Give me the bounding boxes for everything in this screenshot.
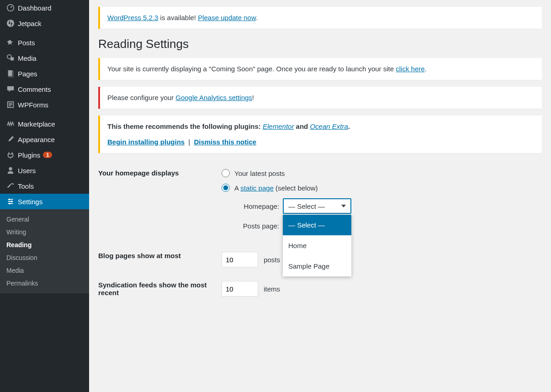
- admin-sidebar: Dashboard Jetpack Posts Media Pages Comm…: [0, 0, 89, 322]
- wrench-icon: [5, 182, 16, 190]
- settings-submenu: General Writing Reading Discussion Media…: [0, 209, 89, 293]
- blog-pages-input[interactable]: [222, 252, 258, 267]
- radio-label: Your latest posts: [234, 170, 285, 177]
- chevron-down-icon: [341, 205, 346, 207]
- comment-icon: [5, 85, 16, 93]
- pin-icon: [5, 38, 16, 47]
- google-analytics-notice: Please configure your Google Analytics s…: [98, 87, 542, 109]
- posts-page-select-label: Posts page:: [233, 222, 283, 230]
- notice-text: .: [256, 14, 258, 21]
- radio-static-page[interactable]: A static page (select below): [222, 184, 542, 192]
- radio-static-page-input[interactable]: [222, 184, 230, 192]
- sidebar-item-jetpack[interactable]: Jetpack: [0, 16, 89, 31]
- sidebar-label: Posts: [16, 39, 35, 47]
- sidebar-item-pages[interactable]: Pages: [0, 66, 89, 81]
- homepage-select-label: Homepage:: [233, 202, 283, 210]
- page-icon: [5, 69, 16, 78]
- launch-site-link[interactable]: click here: [396, 65, 424, 73]
- radio-latest-posts[interactable]: Your latest posts: [222, 169, 542, 177]
- main-content: WordPress 5.2.3 is available! Please upd…: [89, 7, 551, 322]
- sidebar-item-settings[interactable]: Settings: [0, 194, 89, 209]
- select-value: — Select —: [288, 202, 325, 210]
- plugin-icon: [5, 151, 16, 159]
- svg-point-14: [11, 201, 12, 202]
- homepage-select[interactable]: — Select — — Select — Home Sample Page: [283, 198, 351, 214]
- homepage-select-trigger[interactable]: — Select —: [283, 198, 351, 214]
- syndication-input[interactable]: [222, 281, 258, 297]
- select-option[interactable]: Sample Page: [283, 256, 351, 276]
- sidebar-item-users[interactable]: Users: [0, 163, 89, 178]
- blog-pages-label: Blog pages show at most: [98, 252, 222, 260]
- dismiss-notice-link[interactable]: Dismiss this notice: [194, 138, 256, 146]
- sidebar-label: Dashboard: [16, 4, 51, 12]
- radio-label-pre: A: [234, 184, 240, 192]
- begin-installing-link[interactable]: Begin installing plugins: [107, 138, 185, 146]
- sidebar-item-appearance[interactable]: Appearance: [0, 132, 89, 147]
- select-option[interactable]: — Select —: [283, 215, 351, 235]
- sidebar-label: WPForms: [16, 101, 48, 109]
- notice-text: !: [252, 94, 254, 101]
- svg-point-13: [8, 199, 10, 201]
- notice-text: .: [425, 65, 427, 73]
- sidebar-item-posts[interactable]: Posts: [0, 35, 89, 50]
- select-option[interactable]: Home: [283, 235, 351, 256]
- submenu-item-writing[interactable]: Writing: [0, 226, 89, 238]
- jetpack-icon: [5, 19, 16, 27]
- notice-text: Your site is currently displaying a "Com…: [107, 65, 396, 73]
- sidebar-label: Media: [16, 54, 37, 62]
- svg-point-1: [6, 20, 14, 27]
- sidebar-label: Plugins: [16, 151, 40, 159]
- form-icon: [5, 101, 16, 109]
- update-notice: WordPress 5.2.3 is available! Please upd…: [98, 7, 542, 29]
- notice-text: Please configure your: [107, 94, 175, 101]
- sidebar-label: Settings: [16, 198, 42, 206]
- sidebar-item-comments[interactable]: Comments: [0, 81, 89, 97]
- sidebar-item-plugins[interactable]: Plugins 1: [0, 147, 89, 163]
- plugin-update-badge: 1: [43, 152, 52, 158]
- homepage-select-dropdown: — Select — Home Sample Page: [283, 215, 351, 276]
- syndication-label: Syndication feeds show the most recent: [98, 281, 222, 297]
- plugin-link-ocean-extra[interactable]: Ocean Extra: [310, 122, 348, 130]
- sidebar-item-media[interactable]: Media: [0, 50, 89, 66]
- coming-soon-notice: Your site is currently displaying a "Com…: [98, 58, 542, 80]
- settings-form: Your homepage displays Your latest posts…: [98, 162, 542, 303]
- blog-pages-suffix: posts: [264, 256, 280, 264]
- radio-label-post: (select below): [274, 184, 318, 192]
- static-page-link[interactable]: static page: [240, 184, 274, 192]
- sidebar-label: Pages: [16, 70, 37, 78]
- sidebar-item-marketplace[interactable]: Marketplace: [0, 116, 89, 132]
- sidebar-label: Comments: [16, 85, 51, 93]
- settings-icon: [5, 197, 16, 206]
- sidebar-item-dashboard[interactable]: Dashboard: [0, 0, 89, 16]
- sidebar-label: Users: [16, 167, 36, 175]
- sidebar-item-tools[interactable]: Tools: [0, 178, 89, 194]
- sidebar-label: Appearance: [16, 136, 55, 143]
- dashboard-icon: [5, 4, 16, 12]
- submenu-item-reading[interactable]: Reading: [0, 238, 89, 251]
- homepage-displays-label: Your homepage displays: [98, 169, 222, 177]
- notice-text: .: [348, 122, 350, 130]
- plugin-link-elementor[interactable]: Elementor: [263, 122, 294, 130]
- sidebar-label: Jetpack: [16, 20, 42, 27]
- brush-icon: [5, 135, 16, 143]
- notice-text: is available!: [158, 14, 198, 21]
- submenu-item-general[interactable]: General: [0, 213, 89, 226]
- submenu-item-permalinks[interactable]: Permalinks: [0, 277, 89, 290]
- wordpress-version-link[interactable]: WordPress 5.2.3: [107, 14, 158, 21]
- sidebar-item-wpforms[interactable]: WPForms: [0, 97, 89, 112]
- media-icon: [5, 54, 16, 62]
- user-icon: [5, 166, 16, 175]
- sidebar-label: Marketplace: [16, 120, 55, 128]
- marketplace-icon: [5, 120, 16, 128]
- submenu-item-media[interactable]: Media: [0, 264, 89, 277]
- sidebar-label: Tools: [16, 182, 34, 190]
- notice-text: This theme recommends the following plug…: [107, 122, 263, 130]
- update-now-link[interactable]: Please update now: [198, 14, 256, 21]
- radio-latest-posts-input[interactable]: [222, 169, 230, 177]
- svg-point-9: [9, 167, 12, 170]
- submenu-item-discussion[interactable]: Discussion: [0, 251, 89, 264]
- syndication-suffix: items: [264, 285, 280, 293]
- google-analytics-link[interactable]: Google Analytics settings: [175, 94, 252, 101]
- svg-point-15: [9, 203, 11, 205]
- theme-plugins-notice: This theme recommends the following plug…: [98, 116, 542, 153]
